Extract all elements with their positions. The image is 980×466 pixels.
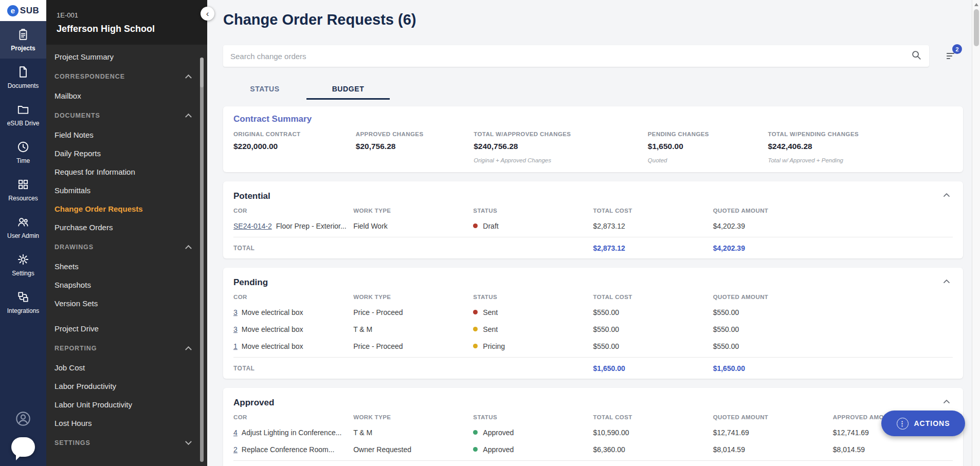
summary-col-original-contract: ORIGINAL CONTRACT$220,000.00: [233, 131, 356, 164]
section-title: Approved: [233, 398, 274, 408]
total-cost-total: $1,650.00: [593, 364, 713, 372]
cor-link[interactable]: 1: [233, 342, 238, 350]
settings-icon: [16, 253, 30, 266]
search-icon[interactable]: [911, 49, 922, 63]
sidebar-section-correspondence[interactable]: CORRESPONDENCE: [46, 66, 207, 87]
cor-description: Move electrical box: [242, 342, 303, 350]
total-cost-cell: $550.00: [593, 342, 713, 350]
user-avatar-icon[interactable]: [15, 411, 31, 427]
page-scrollbar-thumb[interactable]: [974, 9, 979, 46]
status-cell: Pricing: [473, 342, 593, 350]
section-collapse-button[interactable]: [940, 396, 953, 409]
status-cell: Sent: [473, 325, 593, 333]
table-row: 1Move electrical boxPrice - ProceedPrici…: [233, 338, 953, 355]
summary-col-label: TOTAL W/PENDING CHANGES: [768, 131, 953, 137]
scroll-up-icon[interactable]: [974, 3, 978, 6]
rail-item-label: eSUB Drive: [7, 120, 40, 127]
table-row: 3Move electrical boxPrice - ProceedSent$…: [233, 304, 953, 321]
chevron-up-icon[interactable]: [185, 74, 192, 81]
sidebar-item-change-order-requests[interactable]: Change Order Requests: [46, 200, 207, 218]
search-box[interactable]: [223, 45, 929, 67]
total-cost-cell: $10,590.00: [593, 428, 713, 437]
sidebar-section-settings[interactable]: SETTINGS: [46, 433, 207, 453]
sidebar-section-drawings[interactable]: DRAWINGS: [46, 237, 207, 257]
quoted-amount-cell: $550.00: [713, 308, 833, 316]
rail-bottom: [11, 411, 35, 466]
change-order-sections: PotentialCORWORK TYPESTATUSTOTAL COSTQUO…: [223, 181, 963, 466]
sidebar-item-submittals[interactable]: Submittals: [46, 181, 207, 200]
documents-icon: [16, 65, 30, 79]
sidebar-item-lost-hours[interactable]: Lost Hours: [46, 414, 207, 433]
sidebar-item-version-sets[interactable]: Version Sets: [46, 294, 207, 313]
sidebar-item-daily-reports[interactable]: Daily Reports: [46, 144, 207, 163]
sidebar-item-labor-unit-productivity[interactable]: Labor Unit Productivity: [46, 396, 207, 414]
column-header: QUOTED AMOUNT: [713, 414, 833, 420]
column-header: STATUS: [473, 414, 593, 420]
time-icon: [16, 140, 30, 154]
rail-item-time[interactable]: Time: [0, 134, 46, 171]
sidebar-item-request-for-information[interactable]: Request for Information: [46, 163, 207, 181]
actions-button[interactable]: ⋮ ACTIONS: [881, 411, 965, 436]
rail-item-resources[interactable]: Resources: [0, 171, 46, 209]
sidebar-item-job-cost[interactable]: Job Cost: [46, 359, 207, 377]
sidebar-section-documents[interactable]: DOCUMENTS: [46, 105, 207, 126]
sidebar-section-label: REPORTING: [55, 345, 97, 352]
sidebar-item-project-drive[interactable]: Project Drive: [46, 320, 207, 338]
chat-launcher-icon[interactable]: [11, 437, 35, 457]
chevron-up-icon[interactable]: [185, 245, 192, 252]
cor-link[interactable]: 3: [233, 325, 238, 333]
table-header: CORWORK TYPESTATUSTOTAL COSTQUOTED AMOUN…: [233, 294, 953, 304]
work-type-cell: Field Work: [353, 222, 473, 230]
section-collapse-button[interactable]: [940, 189, 953, 203]
table-row: 3Move electrical boxT & MSent$550.00$550…: [233, 321, 953, 338]
sidebar-section-reporting[interactable]: REPORTING: [46, 338, 207, 359]
cor-link[interactable]: 3: [233, 308, 238, 316]
cor-link[interactable]: 2: [233, 445, 238, 454]
chevron-up-icon[interactable]: [185, 114, 192, 120]
contract-summary-grid: ORIGINAL CONTRACT$220,000.00APPROVED CHA…: [233, 131, 953, 172]
status-cell: Sent: [473, 308, 593, 316]
user-admin-icon: [16, 215, 30, 229]
cor-link[interactable]: SE24-014-2: [233, 222, 272, 230]
quoted-amount-cell: $550.00: [713, 325, 833, 333]
page-scrollbar-track[interactable]: [972, 0, 980, 466]
rail-item-user-admin[interactable]: User Admin: [0, 209, 46, 246]
status-dot-icon: [473, 223, 478, 228]
sidebar-item-sheets[interactable]: Sheets: [46, 257, 207, 276]
sidebar-nav: Project SummaryCORRESPONDENCEMailboxDOCU…: [46, 45, 207, 466]
filter-button[interactable]: 2: [939, 50, 963, 62]
total-label: TOTAL: [233, 365, 353, 372]
cor-cell: 3Move electrical box: [233, 325, 353, 333]
summary-col-approved-changes: APPROVED CHANGES$20,756.28: [356, 131, 474, 164]
sidebar-scrollbar-thumb[interactable]: [200, 58, 204, 87]
section-head: Pending: [233, 275, 953, 289]
search-input[interactable]: [230, 52, 911, 61]
cor-link[interactable]: 4: [233, 428, 238, 437]
summary-col-label: APPROVED CHANGES: [356, 131, 474, 137]
tab-budget[interactable]: BUDGET: [306, 78, 390, 100]
section-collapse-button[interactable]: [940, 275, 953, 289]
rail-item-settings[interactable]: Settings: [0, 246, 46, 284]
tab-status[interactable]: STATUS: [223, 78, 306, 100]
sidebar-collapse-button[interactable]: ‹: [201, 7, 214, 21]
sidebar-item-mailbox[interactable]: Mailbox: [46, 87, 207, 105]
search-row: 2: [223, 45, 963, 67]
sidebar-item-purchase-orders[interactable]: Purchase Orders: [46, 218, 207, 237]
sidebar-item-labor-productivity[interactable]: Labor Productivity: [46, 377, 207, 396]
sidebar-item-field-notes[interactable]: Field Notes: [46, 126, 207, 144]
esub-logo[interactable]: e SUB: [0, 0, 46, 21]
sidebar-item-snapshots[interactable]: Snapshots: [46, 276, 207, 294]
quoted-amount-total: $1,650.00: [713, 364, 833, 372]
rail-item-documents[interactable]: Documents: [0, 59, 46, 96]
cor-cell: 4Adjust Lighting in Conference...: [233, 428, 353, 437]
chevron-down-icon[interactable]: [185, 438, 192, 445]
status-label: Pricing: [483, 342, 505, 350]
projects-icon: [16, 28, 30, 41]
rail-item-esub-drive[interactable]: eSUB Drive: [0, 96, 46, 134]
rail-item-projects[interactable]: Projects: [0, 21, 46, 59]
cor-description: Move electrical box: [242, 308, 303, 316]
sidebar-section-label: SETTINGS: [55, 439, 90, 446]
sidebar-item-project-summary[interactable]: Project Summary: [46, 48, 207, 66]
chevron-up-icon[interactable]: [185, 346, 192, 353]
rail-item-integrations[interactable]: Integrations: [0, 284, 46, 321]
